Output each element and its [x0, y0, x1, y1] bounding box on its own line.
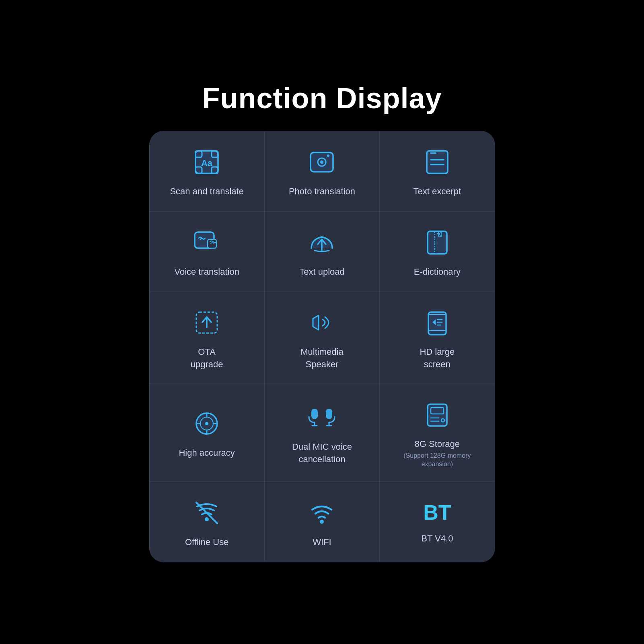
wifi-label: WIFI: [313, 536, 331, 549]
photo-translation-icon: [306, 146, 338, 178]
page-title: Function Display: [202, 82, 442, 115]
ota-upgrade-label: OTAupgrade: [191, 346, 223, 371]
bt-text: BT: [423, 500, 451, 525]
wifi-icon: [306, 497, 338, 529]
text-upload-label: Text upload: [299, 266, 345, 278]
e-dictionary-label: E-dictionary: [414, 266, 461, 278]
bt-v40-label: BT V4.0: [421, 533, 453, 545]
high-accuracy-label: High accuracy: [179, 447, 235, 459]
scan-translate-label: Scan and translate: [170, 185, 243, 198]
feature-grid: Aa Scan and translate Photo translat: [149, 131, 495, 562]
grid-item-photo-translation: Photo translation: [265, 131, 380, 212]
grid-item-hd-large-screen: HD largescreen: [380, 292, 495, 384]
offline-use-icon: [191, 497, 223, 529]
svg-point-9: [327, 154, 329, 157]
svg-rect-13: [430, 152, 436, 154]
voice-translation-label: Voice translation: [174, 266, 239, 278]
svg-rect-17: [438, 231, 442, 237]
grid-item-8g-storage: 8G Storage (Support 128G momory expansio…: [380, 384, 495, 482]
8g-storage-sublabel: (Support 128G momory expansion): [388, 452, 486, 469]
hd-large-screen-icon: [421, 307, 453, 339]
text-upload-icon: [306, 226, 338, 259]
bt-icon: BT: [423, 500, 451, 529]
grid-item-scan-translate: Aa Scan and translate: [150, 131, 265, 212]
ota-upgrade-icon: [191, 307, 223, 339]
grid-item-high-accuracy: High accuracy: [150, 384, 265, 482]
dual-mic-label: Dual MIC voicecancellation: [292, 441, 352, 466]
8g-storage-label: 8G Storage: [415, 438, 460, 451]
text-excerpt-icon: [421, 146, 453, 178]
svg-rect-32: [311, 409, 318, 419]
voice-translation-icon: [191, 226, 223, 259]
e-dictionary-icon: [421, 226, 453, 259]
svg-point-45: [320, 520, 324, 524]
svg-rect-10: [427, 151, 448, 173]
svg-point-8: [320, 160, 323, 164]
storage-icon: [421, 399, 453, 431]
function-display-grid: Aa Scan and translate Photo translat: [149, 131, 495, 562]
svg-rect-16: [428, 231, 447, 254]
svg-rect-35: [326, 409, 332, 419]
text-excerpt-label: Text excerpt: [414, 185, 461, 198]
grid-item-dual-mic: Dual MIC voicecancellation: [265, 384, 380, 482]
photo-translation-label: Photo translation: [289, 185, 355, 198]
grid-item-text-excerpt: Text excerpt: [380, 131, 495, 212]
high-accuracy-icon: [191, 407, 223, 440]
svg-point-31: [205, 422, 208, 425]
svg-rect-19: [428, 312, 446, 335]
dual-mic-icon: [306, 401, 338, 434]
svg-text:Aa: Aa: [201, 158, 213, 168]
grid-item-bt-v40: BT BT V4.0: [380, 482, 495, 562]
grid-item-voice-translation: Voice translation: [150, 212, 265, 292]
multimedia-speaker-icon: [306, 307, 338, 339]
scan-translate-icon: Aa: [191, 146, 223, 178]
grid-item-multimedia-speaker: MultimediaSpeaker: [265, 292, 380, 384]
hd-large-screen-label: HD largescreen: [420, 346, 455, 371]
grid-item-e-dictionary: E-dictionary: [380, 212, 495, 292]
grid-item-offline-use: Offline Use: [150, 482, 265, 562]
grid-item-wifi: WIFI: [265, 482, 380, 562]
grid-item-text-upload: Text upload: [265, 212, 380, 292]
offline-use-label: Offline Use: [185, 536, 228, 549]
multimedia-speaker-label: MultimediaSpeaker: [300, 346, 343, 371]
grid-item-ota-upgrade: OTAupgrade: [150, 292, 265, 384]
svg-point-43: [205, 517, 209, 521]
